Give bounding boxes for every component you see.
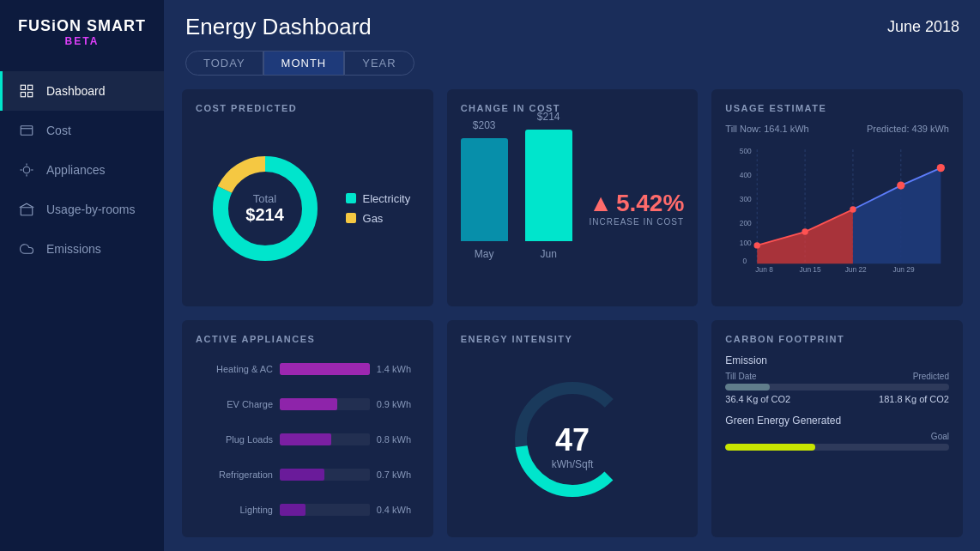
svg-point-32 (802, 228, 808, 234)
appliance-name-heating: Heating & AC (196, 364, 273, 374)
page-title: Energy Dashboard (185, 14, 372, 40)
appliance-bar-bg-plug (280, 433, 370, 445)
date-label: June 2018 (887, 18, 959, 36)
active-appliances-title: ACTIVE APPLIANCES (196, 334, 420, 344)
sidebar-nav: Dashboard Cost Appliances Usage-by-rooms… (0, 71, 164, 551)
svg-text:400: 400 (740, 171, 752, 179)
svg-marker-30 (853, 168, 941, 264)
bar-may: $203 May (461, 119, 508, 260)
change-percent: ▲5.42% (589, 190, 684, 217)
svg-text:500: 500 (740, 147, 752, 155)
gauge-chart: 47 kWh/Sqft (504, 371, 641, 508)
appliance-bar-fill-lighting (280, 504, 305, 516)
change-desc: INCREASE IN COST (589, 217, 684, 227)
emission-bar-fill (725, 384, 770, 391)
cost-predicted-content: Total $214 Electricity Gas (196, 124, 420, 293)
time-tabs: TODAY MONTH YEAR (185, 51, 959, 76)
header-top: Energy Dashboard June 2018 (185, 14, 959, 40)
gauge-center: 47 kWh/Sqft (552, 422, 594, 470)
appliance-name-lighting: Lighting (196, 505, 273, 515)
appliance-name-ev: EV Charge (196, 399, 273, 409)
energy-intensity-content: 47 kWh/Sqft (461, 354, 685, 524)
svg-rect-0 (21, 85, 25, 89)
appliance-name-plug: Plug Loads (196, 434, 273, 445)
cost-predicted-title: COST PREDICTED (196, 103, 420, 113)
usage-estimate-card: USAGE ESTIMATE Till Now: 164.1 kWh Predi… (711, 89, 963, 306)
appliance-bar-bg-heating (280, 363, 370, 375)
change-arrow: ▲ (589, 190, 613, 216)
sidebar-item-label-usage: Usage-by-rooms (46, 203, 135, 216)
sidebar-item-cost[interactable]: Cost (0, 111, 164, 150)
svg-point-6 (23, 167, 30, 173)
green-bar-bg (725, 444, 949, 451)
till-date-label: Till Date (725, 372, 756, 381)
emission-value: 36.4 Kg of CO2 (725, 394, 790, 404)
legend-gas: Gas (346, 212, 411, 225)
tab-today[interactable]: TODAY (185, 51, 263, 76)
svg-text:0: 0 (743, 257, 747, 265)
cost-bar-chart: $203 May $214 Jun (461, 140, 576, 277)
change-stat: ▲5.42% INCREASE IN COST (589, 190, 684, 227)
svg-text:Jun 15: Jun 15 (800, 265, 821, 274)
change-in-cost-title: CHANGE IN COST (461, 103, 685, 113)
tab-year[interactable]: YEAR (344, 51, 414, 76)
sidebar-item-label-cost: Cost (46, 124, 71, 137)
appliance-row-refrigeration: Refrigeration 0.7 kWh (196, 469, 420, 481)
legend-electricity: Electricity (346, 192, 411, 205)
appliance-bar-fill-refrigeration (280, 469, 324, 481)
appliance-value-plug: 0.8 kWh (377, 434, 420, 445)
appliance-bar-fill-heating (280, 363, 370, 375)
energy-intensity-title: ENERGY INTENSITY (461, 334, 685, 344)
svg-point-31 (754, 242, 760, 248)
electricity-dot (346, 193, 356, 203)
beta-label: BETA (17, 35, 147, 47)
donut-chart: Total $214 (205, 148, 325, 269)
svg-rect-4 (21, 126, 33, 136)
appliance-row-heating: Heating & AC 1.4 kWh (196, 363, 420, 375)
appliance-row-plug: Plug Loads 0.8 kWh (196, 433, 420, 445)
active-appliances-card: ACTIVE APPLIANCES Heating & AC 1.4 kWh E… (182, 320, 433, 537)
svg-text:100: 100 (740, 239, 752, 247)
green-energy-label: Green Energy Generated (725, 415, 949, 427)
appliance-value-ev: 0.9 kWh (377, 399, 420, 409)
dashboard-icon (17, 82, 36, 100)
sidebar-item-dashboard[interactable]: Dashboard (0, 71, 164, 111)
bar-jun-label: Jun (540, 248, 556, 260)
sidebar-item-label-emissions: Emissions (46, 242, 101, 256)
sidebar-brand: FUSiON SMART BETA (0, 0, 164, 54)
svg-text:200: 200 (740, 219, 752, 227)
appliance-row-lighting: Lighting 0.4 kWh (196, 504, 420, 516)
svg-rect-2 (21, 93, 25, 97)
energy-intensity-card: ENERGY INTENSITY 47 kWh/Sqft (447, 320, 699, 537)
carbon-footprint-card: CARBON FOOTPRINT Emission Till Date Pred… (711, 320, 963, 537)
change-content: $203 May $214 Jun ▲5.42% INCREASE IN COS… (461, 124, 685, 293)
appliance-bar-bg-ev (280, 398, 370, 410)
appliance-bar-bg-refrigeration (280, 469, 370, 481)
svg-text:Jun 22: Jun 22 (845, 265, 867, 274)
sidebar: FUSiON SMART BETA Dashboard Cost Applian… (0, 0, 165, 551)
sidebar-item-appliances[interactable]: Appliances (0, 150, 164, 190)
appliance-value-refrigeration: 0.7 kWh (377, 469, 420, 480)
emission-bar-bg (725, 384, 949, 391)
donut-value: $214 (245, 205, 284, 225)
emission-label: Emission (725, 354, 949, 366)
cost-icon (17, 121, 36, 140)
sidebar-item-emissions[interactable]: Emissions (0, 229, 164, 269)
sidebar-item-label-appliances: Appliances (46, 163, 106, 177)
carbon-footprint-title: CARBON FOOTPRINT (725, 334, 949, 344)
change-in-cost-card: CHANGE IN COST $203 May $214 Jun (447, 89, 699, 306)
appliance-name-refrigeration: Refrigeration (196, 469, 273, 480)
svg-text:300: 300 (740, 195, 752, 203)
svg-point-34 (897, 181, 904, 189)
tab-month[interactable]: MONTH (263, 51, 345, 76)
emission-values: 36.4 Kg of CO2 181.8 Kg of CO2 (725, 394, 949, 404)
sidebar-item-usage-by-rooms[interactable]: Usage-by-rooms (0, 190, 164, 229)
predicted-col-label: Predicted (913, 372, 949, 381)
usage-header-row: Till Now: 164.1 kWh Predicted: 439 kWh (725, 124, 949, 134)
emission-row-labels: Till Date Predicted (725, 372, 949, 381)
green-bar-fill (725, 444, 814, 451)
sidebar-item-label-dashboard: Dashboard (46, 84, 106, 98)
bar-jun-value: $214 (537, 111, 560, 123)
gauge-unit: kWh/Sqft (552, 458, 594, 470)
usage-chart: 500 400 300 200 100 0 Jun 8 Jun 15 Jun 2… (725, 141, 949, 293)
